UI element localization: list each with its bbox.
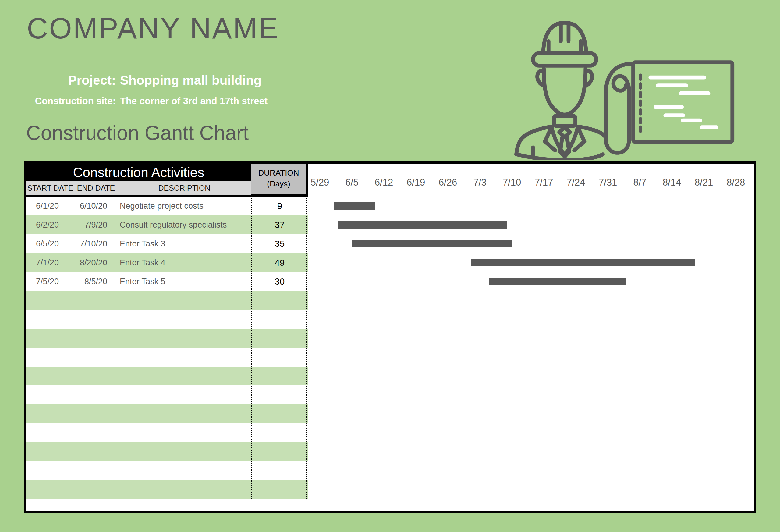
duration-header-cell: DURATION (Days) <box>251 163 308 196</box>
task-end-cell: 7/10/20 <box>75 239 117 249</box>
gantt-bar <box>471 259 695 266</box>
axis-tick-label: 6/19 <box>398 177 434 188</box>
task-end-cell: 7/9/20 <box>75 220 117 230</box>
gantt-bar <box>338 221 507 229</box>
task-end-cell: 8/20/20 <box>75 258 117 268</box>
task-dur-cell: 9 <box>251 201 308 211</box>
gridline <box>703 195 704 499</box>
task-dur-cell: 37 <box>251 220 308 230</box>
empty-row <box>26 423 308 442</box>
task-start-cell: 6/2/20 <box>26 220 75 230</box>
column-header-start-date: START DATE <box>26 181 75 195</box>
table-column-headers: START DATE END DATE DESCRIPTION <box>26 181 251 195</box>
task-row: 7/5/208/5/20Enter Task 530 <box>26 272 308 291</box>
tie-knot <box>559 127 570 137</box>
empty-row <box>26 461 308 480</box>
gantt-bar <box>334 202 375 210</box>
project-value: Shopping mall building <box>120 73 261 88</box>
face-outline <box>544 68 586 114</box>
task-row: 7/1/208/20/20Enter Task 449 <box>26 253 308 272</box>
page-title: Construction Gantt Chart <box>26 121 249 144</box>
gantt-template-page: COMPANY NAME Project: Shopping mall buil… <box>0 0 780 532</box>
duration-column-dotted-border-left <box>251 197 252 499</box>
axis-tick-label: 8/21 <box>686 177 722 188</box>
task-end-cell: 8/5/20 <box>75 277 117 286</box>
task-start-cell: 6/1/20 <box>26 201 75 211</box>
task-row: 6/2/207/9/20Consult regulatory specialis… <box>26 215 308 234</box>
axis-tick-label: 8/14 <box>653 177 690 188</box>
hard-hat-ribs <box>548 41 581 51</box>
empty-row <box>26 385 308 404</box>
task-desc-cell: Negotiate project costs <box>117 201 251 211</box>
blueprint-sheet <box>633 62 732 142</box>
task-table-body: 6/1/206/10/20Negotiate project costs96/2… <box>26 197 308 499</box>
gantt-chart-area: 5/296/56/126/196/267/37/107/177/247/318/… <box>308 163 754 511</box>
empty-row <box>26 442 308 461</box>
axis-tick-label: 7/17 <box>526 177 562 188</box>
axis-tick-label: 7/3 <box>461 177 498 188</box>
task-dur-cell: 35 <box>251 239 308 249</box>
table-title: Construction Activities <box>73 165 204 180</box>
duration-column-dotted-border-right <box>306 197 307 499</box>
blueprint-gantt-bars <box>648 76 718 129</box>
engineer-blueprint-icon <box>504 14 748 160</box>
column-header-end-date: END DATE <box>75 181 117 195</box>
empty-row <box>26 348 308 367</box>
scroll-body <box>606 91 629 153</box>
task-row: 6/1/206/10/20Negotiate project costs9 <box>26 197 308 215</box>
project-line: Project: Shopping mall building <box>0 73 261 88</box>
empty-row <box>26 480 308 499</box>
empty-row <box>26 291 308 310</box>
task-start-cell: 6/5/20 <box>26 239 75 249</box>
empty-row <box>26 329 308 348</box>
axis-tick-label: 6/5 <box>334 177 370 188</box>
task-start-cell: 7/5/20 <box>26 277 75 286</box>
hard-hat-plug <box>560 25 568 41</box>
task-desc-cell: Consult regulatory specialists <box>117 220 251 230</box>
gantt-bar <box>352 240 512 247</box>
gridline <box>735 195 736 499</box>
duration-header-line2: (Days) <box>251 178 306 189</box>
gridline <box>672 195 672 499</box>
hard-hat-brim <box>533 53 596 65</box>
gantt-bar <box>489 278 626 285</box>
task-desc-cell: Enter Task 4 <box>117 258 251 268</box>
task-desc-cell: Enter Task 5 <box>117 277 251 286</box>
axis-tick-label: 6/12 <box>365 177 402 188</box>
scroll-curl-inner <box>613 76 629 92</box>
column-header-description: DESCRIPTION <box>117 181 251 195</box>
gantt-frame: Construction Activities DURATION (Days) … <box>24 161 756 513</box>
axis-tick-label: 8/7 <box>622 177 658 188</box>
project-label: Project: <box>0 73 116 88</box>
axis-tick-label: 8/28 <box>718 177 754 188</box>
empty-row <box>26 367 308 385</box>
gridline <box>544 195 544 499</box>
axis-tick-label: 7/31 <box>590 177 626 188</box>
construction-site-line: Construction site: The corner of 3rd and… <box>0 96 267 107</box>
empty-row <box>26 404 308 423</box>
task-dur-cell: 30 <box>251 277 308 287</box>
duration-header-line1: DURATION <box>251 167 306 178</box>
gridline <box>576 195 576 499</box>
gridline <box>320 195 320 499</box>
bust-bottom <box>517 154 603 160</box>
task-desc-cell: Enter Task 3 <box>117 239 251 249</box>
task-start-cell: 7/1/20 <box>26 258 75 268</box>
construction-site-label: Construction site: <box>0 96 116 107</box>
empty-row <box>26 310 308 329</box>
axis-tick-label: 6/26 <box>430 177 466 188</box>
task-row: 6/5/207/10/20Enter Task 335 <box>26 234 308 253</box>
collar <box>554 116 576 126</box>
task-end-cell: 6/10/20 <box>75 201 117 211</box>
axis-tick-label: 5/29 <box>302 177 338 188</box>
construction-site-value: The corner of 3rd and 17th street <box>120 96 267 107</box>
table-title-cell: Construction Activities <box>26 163 251 181</box>
axis-tick-label: 7/24 <box>557 177 594 188</box>
axis-tick-label: 7/10 <box>494 177 530 188</box>
task-dur-cell: 49 <box>251 258 308 268</box>
gridline <box>639 195 640 499</box>
company-name: COMPANY NAME <box>27 11 279 45</box>
gridline <box>607 195 608 499</box>
